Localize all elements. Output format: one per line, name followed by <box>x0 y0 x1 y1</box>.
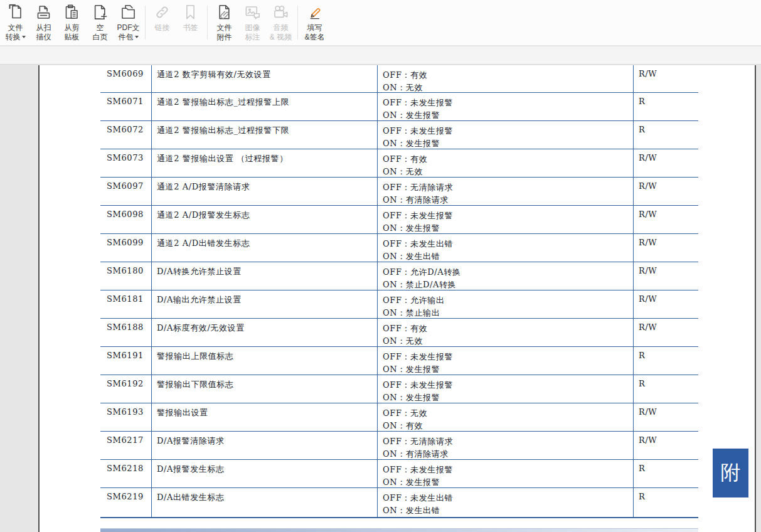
cell-sm-number: SM6073 <box>100 149 152 177</box>
next-table-header-gradient <box>100 528 698 532</box>
cell-rw: R/W <box>634 178 698 205</box>
table-row: SM6218 D/A报警发生标志 OFF：未发生报警 ON：发生报警 R <box>100 460 698 488</box>
on-state-line: ON：发生报警 <box>383 363 633 375</box>
cell-rw: R/W <box>634 65 698 92</box>
dropdown-caret-icon <box>22 36 26 38</box>
off-state-line: OFF：有效 <box>383 69 633 82</box>
table-row: SM6099 通道2 A/D出错发生标志 OFF：未发生出错 ON：发生出错 R… <box>100 234 698 262</box>
cell-rw: R <box>634 375 698 403</box>
toolbar-item-blank-page[interactable]: 空 白页 <box>86 0 114 42</box>
off-state-line: OFF：未发生出错 <box>383 238 633 250</box>
cell-sm-number: SM6192 <box>100 375 152 403</box>
on-state-line: ON：发生报警 <box>383 137 633 149</box>
table-row: SM6188 D/A标度有效/无效设置 OFF：有效 ON：无效 R/W <box>100 319 698 347</box>
toolbar-divider <box>207 6 208 40</box>
table-row: SM6181 D/A输出允许禁止设置 OFF：允许输出 ON：禁止输出 R/W <box>100 290 698 319</box>
cell-sm-number: SM6193 <box>100 403 152 431</box>
cell-description: 通道2 警报输出标志_过程报警下限 <box>152 121 378 149</box>
off-state-line: OFF：允许D/A转换 <box>383 266 633 279</box>
toolbar-item-fill-sign[interactable]: 填写 &签名 <box>301 0 329 42</box>
cell-off-on-state: OFF：未发生出错 ON：发生出错 <box>378 234 634 262</box>
cell-off-on-state: OFF：未发生报警 ON：发生报警 <box>378 347 634 375</box>
on-state-line: ON：发生报警 <box>383 222 633 234</box>
on-state-line: ON：发生报警 <box>383 109 633 121</box>
scanner-icon <box>35 4 52 21</box>
appendix-tab: 附 <box>713 449 748 497</box>
on-state-line: ON：发生报警 <box>383 476 633 488</box>
table-row: SM6072 通道2 警报输出标志_过程报警下限 OFF：未发生报警 ON：发生… <box>100 121 698 149</box>
toolbar-item-label: 文件 附件 <box>217 23 232 42</box>
table-row: SM6219 D/A出错发生标志 OFF：未发生出错 ON：发生出错 R <box>100 488 698 518</box>
secondary-toolbar-strip <box>0 46 761 65</box>
cell-rw: R <box>634 488 698 517</box>
cell-rw: R/W <box>634 234 698 262</box>
toolbar-item-file-attachment[interactable]: 文件 附件 <box>210 0 238 42</box>
toolbar-item-label: 空 白页 <box>93 23 108 42</box>
cell-off-on-state: OFF：未发生报警 ON：发生报警 <box>378 93 634 120</box>
cell-off-on-state: OFF：有效 ON：无效 <box>378 65 634 92</box>
cell-off-on-state: OFF：无效 ON：有效 <box>378 403 634 431</box>
cell-off-on-state: OFF：未发生报警 ON：发生报警 <box>378 206 634 233</box>
cell-description: 通道2 数字剪辑有效/无效设置 <box>152 65 378 92</box>
on-state-line: ON：禁止D/A转换 <box>383 279 633 290</box>
clipboard-icon <box>63 4 80 21</box>
toolbar-item-file-convert[interactable]: 文件 转换 <box>1 0 29 42</box>
cell-off-on-state: OFF：无清除请求 ON：有清除请求 <box>378 178 634 205</box>
cell-sm-number: SM6099 <box>100 234 152 262</box>
cell-description: D/A转换允许禁止设置 <box>152 262 378 290</box>
cell-description: D/A报警清除请求 <box>152 432 378 459</box>
register-table: SM6069 通道2 数字剪辑有效/无效设置 OFF：有效 ON：无效 R/W … <box>100 65 698 518</box>
image-annotation-icon <box>244 4 261 21</box>
on-state-line: ON：有效 <box>383 420 633 432</box>
cell-description: D/A报警发生标志 <box>152 460 378 487</box>
cell-sm-number: SM6181 <box>100 290 152 318</box>
dropdown-caret-icon <box>135 36 139 38</box>
cell-sm-number: SM6071 <box>100 93 152 120</box>
toolbar-item-bookmark[interactable]: 书签 <box>176 0 205 33</box>
cell-rw: R/W <box>634 262 698 290</box>
cell-rw: R <box>634 460 698 487</box>
toolbar-item-from-clipboard[interactable]: 从剪 贴板 <box>58 0 86 42</box>
cell-description: 警报输出上限值标志 <box>152 347 378 375</box>
cell-rw: R <box>634 121 698 149</box>
on-state-line: ON：有清除请求 <box>383 448 633 460</box>
cell-description: 通道2 A/D报警发生标志 <box>152 206 378 233</box>
toolbar-item-link[interactable]: 链接 <box>148 0 176 33</box>
fill-sign-icon <box>306 4 323 21</box>
toolbar-item-label: 从扫 描仪 <box>36 23 51 42</box>
cell-description: 通道2 警报输出标志_过程报警上限 <box>152 93 378 120</box>
audio-video-icon <box>272 4 289 21</box>
cell-description: D/A输出允许禁止设置 <box>152 290 378 318</box>
toolbar-item-image-annotation[interactable]: 图像 标注 <box>238 0 267 42</box>
cell-sm-number: SM6098 <box>100 206 152 233</box>
cell-sm-number: SM6072 <box>100 121 152 149</box>
toolbar-item-audio-video[interactable]: 音频 & 视频 <box>267 0 295 42</box>
table-row: SM6191 警报输出上限值标志 OFF：未发生报警 ON：发生报警 R <box>100 347 698 375</box>
table-row: SM6098 通道2 A/D报警发生标志 OFF：未发生报警 ON：发生报警 R… <box>100 206 698 234</box>
toolbar-item-label: 书签 <box>183 23 198 33</box>
table-row: SM6069 通道2 数字剪辑有效/无效设置 OFF：有效 ON：无效 R/W <box>100 65 698 93</box>
cell-off-on-state: OFF：有效 ON：无效 <box>378 319 634 346</box>
cell-sm-number: SM6191 <box>100 347 152 375</box>
cell-sm-number: SM6180 <box>100 262 152 290</box>
table-row: SM6073 通道2 警报输出设置 （过程报警） OFF：有效 ON：无效 R/… <box>100 149 698 178</box>
toolbar-item-label: 图像 标注 <box>245 23 260 42</box>
cell-off-on-state: OFF：无清除请求 ON：有清除请求 <box>378 432 634 459</box>
toolbar-item-from-scanner[interactable]: 从扫 描仪 <box>29 0 58 42</box>
table-row: SM6071 通道2 警报输出标志_过程报警上限 OFF：未发生报警 ON：发生… <box>100 93 698 121</box>
off-state-line: OFF：未发生报警 <box>383 464 633 476</box>
pdf-portfolio-icon <box>120 4 137 21</box>
cell-sm-number: SM6188 <box>100 319 152 346</box>
on-state-line: ON：无效 <box>383 166 633 178</box>
cell-rw: R/W <box>634 403 698 431</box>
toolbar-item-pdf-portfolio[interactable]: PDF文 件包 <box>114 0 142 42</box>
table-row: SM6180 D/A转换允许禁止设置 OFF：允许D/A转换 ON：禁止D/A转… <box>100 262 698 290</box>
off-state-line: OFF：无清除请求 <box>383 181 633 194</box>
cell-description: 警报输出设置 <box>152 403 378 431</box>
main-toolbar: 文件 转换 从扫 描仪 从剪 贴板 <box>0 0 761 46</box>
toolbar-divider <box>145 6 146 40</box>
cell-off-on-state: OFF：未发生报警 ON：发生报警 <box>378 121 634 149</box>
toolbar-item-label: 音频 & 视频 <box>270 23 292 42</box>
off-state-line: OFF：有效 <box>383 322 633 335</box>
cell-sm-number: SM6218 <box>100 460 152 487</box>
